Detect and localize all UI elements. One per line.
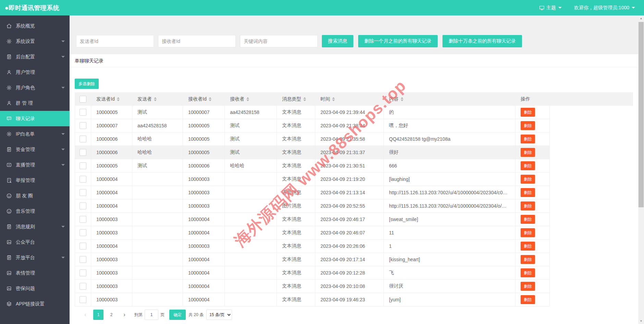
receiver-id-input[interactable]	[158, 35, 236, 47]
next-page-button[interactable]: ›	[119, 310, 130, 320]
table-cell: 文本消息	[277, 119, 315, 132]
sidebar-item-ip-whitelist[interactable]: IP白名单	[0, 126, 70, 142]
sidebar-item-backend-config[interactable]: 后台配置	[0, 49, 70, 65]
table-cell: 很讨厌	[384, 280, 515, 293]
table-cell: 文本消息	[277, 280, 315, 293]
goto-page-input[interactable]	[145, 310, 158, 320]
table-cell: aa424528158	[132, 119, 183, 132]
row-checkbox[interactable]	[80, 243, 86, 250]
delete-row-button[interactable]: 删除	[521, 215, 535, 224]
sidebar-item-label: 系统设置	[16, 38, 35, 45]
sidebar-item-music-management[interactable]: 音乐管理	[0, 204, 70, 219]
scroll-down-arrow-icon[interactable]: ▼	[638, 318, 644, 324]
row-checkbox[interactable]	[80, 189, 86, 196]
row-checkbox[interactable]	[80, 269, 86, 276]
row-checkbox[interactable]	[80, 256, 86, 263]
sidebar-item-group-management[interactable]: 群 管 理	[0, 95, 70, 111]
sidebar-item-label: 资金管理	[16, 147, 35, 153]
row-checkbox[interactable]	[80, 202, 86, 209]
column-header[interactable]: 内容	[384, 96, 515, 102]
row-checkbox[interactable]	[80, 136, 86, 142]
row-checkbox[interactable]	[80, 109, 86, 116]
sort-carets-icon[interactable]	[154, 97, 157, 101]
sidebar-item-open-platform[interactable]: 开放平台	[0, 250, 70, 265]
delete-row-button[interactable]: 删除	[521, 228, 535, 237]
sidebar-item-system-settings[interactable]: 系统设置	[0, 34, 70, 49]
table-cell: 飞	[384, 266, 515, 279]
sidebar-item-live-management[interactable]: 直播管理	[0, 157, 70, 173]
page-size-select[interactable]: 15 条/页	[206, 310, 232, 320]
table-cell: 10000004	[183, 253, 225, 266]
delete-row-button[interactable]: 删除	[521, 242, 535, 251]
column-header[interactable]: 消息类型	[277, 96, 315, 102]
sidebar-item-emoji-management[interactable]: 表情管理	[0, 265, 70, 281]
prev-page-button[interactable]: ‹	[80, 310, 90, 320]
delete-row-button[interactable]: 删除	[521, 135, 535, 143]
sidebar-item-label: 音乐管理	[16, 208, 35, 215]
column-header[interactable]: 发送者Id	[91, 96, 132, 102]
table-row: 10000005测试10000007aa424528158文本消息2023-04…	[75, 106, 550, 119]
sidebar-item-funds-management[interactable]: 资金管理	[0, 142, 70, 157]
image-icon	[6, 239, 12, 245]
sidebar-item-message-rules[interactable]: 消息规则	[0, 219, 70, 234]
column-header[interactable]: 时间	[315, 96, 384, 102]
delete-row-button[interactable]: 删除	[521, 121, 535, 130]
sort-carets-icon[interactable]	[401, 97, 403, 101]
sort-carets-icon[interactable]	[303, 97, 306, 101]
delete-row-button[interactable]: 删除	[521, 175, 535, 184]
column-header[interactable]: 接收者Id	[183, 96, 225, 102]
delete-row-button[interactable]: 删除	[521, 295, 535, 304]
column-header[interactable]: 接收者	[225, 96, 277, 102]
sidebar-item-app-link-settings[interactable]: APP链接设置	[0, 296, 70, 312]
scrollbar-thumb[interactable]	[639, 22, 644, 207]
confirm-page-button[interactable]: 确定	[169, 310, 186, 320]
row-checkbox[interactable]	[80, 283, 86, 290]
sidebar-item-report-management[interactable]: ?举报管理	[0, 173, 70, 188]
sidebar-item-security-question[interactable]: 密保问题	[0, 281, 70, 296]
table-cell: 文本消息	[277, 146, 315, 159]
row-checkbox[interactable]	[80, 296, 86, 303]
sort-carets-icon[interactable]	[117, 97, 120, 101]
sidebar-item-moments[interactable]: 朋 友 圈	[0, 188, 70, 204]
sender-id-input[interactable]	[76, 35, 154, 47]
sidebar-item-user-roles[interactable]: 用户角色	[0, 80, 70, 95]
sidebar-item-chat-records[interactable]: 聊天记录	[0, 111, 70, 126]
delete-row-button[interactable]: 删除	[521, 161, 535, 170]
search-messages-button[interactable]: 搜索消息	[322, 35, 353, 47]
table-cell: 2023-04-09 20:10:08	[315, 280, 384, 293]
sort-carets-icon[interactable]	[332, 97, 335, 101]
delete-row-button[interactable]: 删除	[521, 282, 535, 291]
multi-delete-button[interactable]: 多选删除	[75, 79, 99, 89]
row-checkbox[interactable]	[80, 162, 86, 169]
column-header[interactable]: 发送者	[132, 96, 183, 102]
vertical-scrollbar[interactable]: ▲ ▼	[638, 15, 644, 324]
table-cell	[132, 293, 183, 306]
select-all-checkbox[interactable]	[80, 96, 86, 103]
keyword-input[interactable]	[240, 35, 318, 47]
delete-month-old-button[interactable]: 删除一个月之前的所有聊天记录	[358, 35, 438, 47]
delete-row-button[interactable]: 删除	[521, 108, 535, 117]
sort-carets-icon[interactable]	[246, 97, 249, 101]
row-checkbox[interactable]	[80, 176, 86, 183]
delete-row-button[interactable]: 删除	[521, 268, 535, 277]
page-button-2[interactable]: 2	[106, 310, 117, 320]
sidebar-item-overview[interactable]: 系统概览	[0, 18, 70, 34]
delete-row-button[interactable]: 删除	[521, 201, 535, 210]
page-button-1[interactable]: 1	[93, 310, 104, 320]
delete-row-button[interactable]: 删除	[521, 255, 535, 264]
user-menu[interactable]: 欢迎你，超级管理员:1000	[574, 5, 635, 11]
sidebar-item-public-platform[interactable]: 公众平台	[0, 234, 70, 250]
row-checkbox[interactable]	[80, 122, 86, 129]
delete-row-button[interactable]: 删除	[521, 188, 535, 197]
sidebar-item-label: 用户角色	[16, 85, 35, 91]
row-checkbox[interactable]	[80, 216, 86, 223]
delete-row-button[interactable]: 删除	[521, 148, 535, 157]
sidebar-item-user-management[interactable]: 用户管理	[0, 65, 70, 80]
scroll-up-arrow-icon[interactable]: ▲	[638, 15, 644, 21]
theme-menu[interactable]: 主题	[539, 5, 562, 11]
row-checkbox[interactable]	[80, 229, 86, 236]
row-checkbox[interactable]	[80, 149, 86, 156]
table-cell: 2023-04-09 20:26:06	[315, 240, 384, 253]
delete-100k-old-button[interactable]: 删除十万条之前的所有聊天记录	[442, 35, 522, 47]
sort-carets-icon[interactable]	[209, 97, 211, 101]
